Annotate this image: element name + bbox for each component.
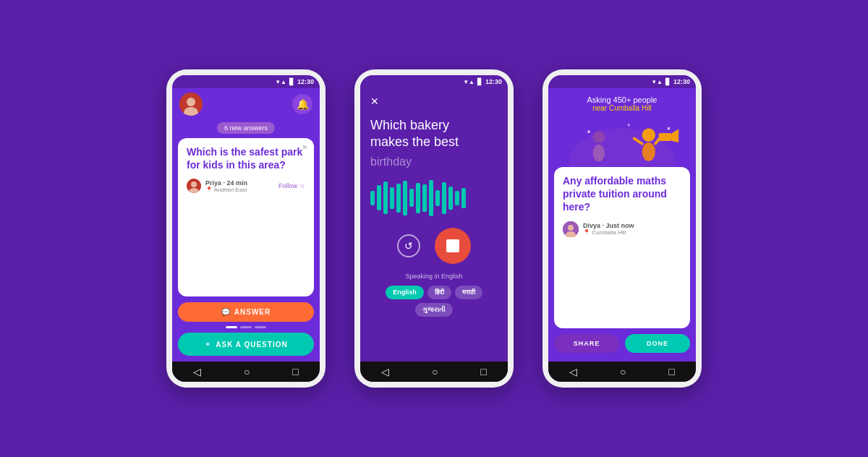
svg-point-4 — [191, 181, 197, 187]
user-info-1: Priya · 24 min 📍 Andheri East Follow ☆ — [187, 179, 305, 193]
question-text-3: Any affordable maths private tuition aro… — [563, 174, 681, 214]
svg-rect-13 — [659, 133, 672, 141]
ask-button-1[interactable]: ＋ ASK A QUESTION — [178, 333, 314, 356]
svg-point-16 — [668, 127, 671, 130]
replay-button-2[interactable]: ↺ — [397, 234, 420, 257]
recording-placeholder-2: birthday — [370, 155, 498, 168]
phone-1: ▼▲ ▊ 12:30 🔔 6 new answers ⚑ Which — [166, 69, 326, 388]
user-name-1: Priya · 24 min — [205, 179, 247, 187]
signal-icon-2: ▼▲ — [463, 79, 475, 85]
flag-icon-1[interactable]: ⚑ — [302, 144, 308, 152]
phone-3-screen: ▼▲ ▊ 12:30 Asking 450+ people near Cumba… — [548, 75, 696, 382]
battery-icon-2: ▊ — [477, 78, 482, 85]
close-icon-2: ✕ — [370, 95, 379, 107]
phone-1-screen: ▼▲ ▊ 12:30 🔔 6 new answers ⚑ Which — [172, 75, 320, 382]
nav-bar-2: ◁ ○ □ — [360, 362, 508, 382]
home-nav-2[interactable]: ○ — [432, 366, 438, 377]
lang-gujarati[interactable]: ગુજરાતી — [415, 303, 453, 317]
answer-button-1[interactable]: 💬 ANSWER — [178, 302, 314, 322]
follow-button-1[interactable]: Follow ☆ — [278, 182, 305, 189]
time-3: 12:30 — [673, 78, 690, 85]
illustration-3 — [556, 116, 689, 167]
progress-dots-1 — [172, 322, 320, 333]
chat-icon-1: 💬 — [221, 308, 231, 316]
status-bar-3: ▼▲ ▊ 12:30 — [548, 75, 696, 88]
svg-marker-14 — [672, 129, 678, 142]
svg-point-8 — [642, 142, 655, 161]
battery-icon-1: ▊ — [289, 78, 294, 85]
home-nav-3[interactable]: ○ — [620, 366, 626, 377]
phone-2-screen: ▼▲ ▊ 12:30 ✕ Which bakery makes the best… — [360, 75, 508, 382]
lang-marathi[interactable]: मराठी — [455, 286, 482, 299]
battery-icon-3: ▊ — [665, 78, 671, 85]
answers-badge: 6 new answers — [217, 122, 275, 134]
user-location-1: 📍 Andheri East — [205, 187, 247, 193]
square-nav-3[interactable]: □ — [668, 366, 674, 377]
phone-2: ▼▲ ▊ 12:30 ✕ Which bakery makes the best… — [354, 69, 514, 388]
close-button-2[interactable]: ✕ — [370, 95, 498, 107]
user-name-3: Divya · Just now — [583, 222, 634, 229]
speaking-label-2: Speaking in English — [370, 273, 498, 280]
user-avatar-1 — [187, 179, 201, 193]
question-text-1: Which is the safest park for kids in thi… — [187, 145, 305, 171]
user-meta-1: Priya · 24 min 📍 Andheri East — [205, 179, 247, 193]
bell-button-1[interactable]: 🔔 — [292, 94, 312, 114]
phone2-content: ✕ Which bakery makes the best birthday — [360, 88, 508, 362]
time-1: 12:30 — [297, 78, 314, 85]
square-nav-2[interactable]: □ — [480, 366, 486, 377]
status-bar-2: ▼▲ ▊ 12:30 — [360, 75, 508, 88]
svg-point-1 — [187, 98, 195, 106]
svg-point-19 — [568, 225, 574, 231]
star-icon-1: ☆ — [299, 182, 305, 189]
location-icon-3: 📍 — [583, 229, 590, 236]
question-card-1: ⚑ Which is the safest park for kids in t… — [178, 138, 314, 296]
user-location-3: 📍 Cumballa Hill — [583, 229, 634, 236]
question-card-3: Any affordable maths private tuition aro… — [554, 167, 690, 328]
dot-2 — [240, 326, 252, 328]
lang-hindi[interactable]: हिंदी — [427, 286, 451, 299]
bell-icon-1: 🔔 — [297, 98, 309, 110]
stop-button-2[interactable] — [435, 228, 471, 264]
signal-icon-1: ▼▲ — [275, 79, 286, 85]
svg-point-15 — [587, 130, 590, 133]
near-text-3: near Cumballa Hill — [556, 104, 689, 112]
asking-text-3: Asking 450+ people — [556, 95, 689, 104]
phone-3: ▼▲ ▊ 12:30 Asking 450+ people near Cumba… — [542, 69, 702, 388]
time-2: 12:30 — [485, 78, 502, 85]
record-controls-2: ↺ — [370, 228, 498, 264]
language-pills-2: English हिंदी मराठी ગુજરાતી — [370, 286, 498, 317]
back-nav-3[interactable]: ◁ — [569, 366, 577, 377]
nav-bar-1: ◁ ○ □ — [172, 362, 320, 382]
location-icon-1: 📍 — [205, 187, 213, 193]
stop-icon-2 — [446, 239, 459, 252]
done-button-3[interactable]: DONE — [625, 334, 690, 353]
plus-icon-1: ＋ — [204, 339, 212, 349]
badge-container-1: 6 new answers — [172, 120, 320, 138]
replay-icon-2: ↺ — [404, 240, 413, 252]
share-button-3[interactable]: SHARE — [554, 334, 619, 353]
svg-point-17 — [628, 124, 630, 127]
svg-point-7 — [642, 129, 655, 142]
svg-point-12 — [593, 145, 605, 162]
signal-icon-3: ▼▲ — [651, 79, 663, 85]
dot-1 — [226, 326, 237, 328]
nav-bar-3: ◁ ○ □ — [548, 362, 696, 382]
status-bar-1: ▼▲ ▊ 12:30 — [172, 75, 320, 88]
phone3-header: Asking 450+ people near Cumballa Hill — [548, 88, 696, 167]
user-meta-3: Divya · Just now 📍 Cumballa Hill — [583, 222, 634, 236]
back-nav-1[interactable]: ◁ — [193, 366, 201, 377]
avatar-1[interactable] — [179, 93, 203, 116]
user-info-3: Divya · Just now 📍 Cumballa Hill — [563, 221, 681, 237]
dot-3 — [255, 326, 266, 328]
home-nav-1[interactable]: ○ — [244, 366, 250, 377]
user-avatar-3 — [563, 221, 579, 237]
phone3-actions: SHARE DONE — [548, 328, 696, 359]
back-nav-2[interactable]: ◁ — [381, 366, 389, 377]
lang-english[interactable]: English — [386, 286, 424, 299]
square-nav-1[interactable]: □ — [292, 366, 298, 377]
waveform-2 — [370, 180, 498, 216]
recording-question-2: Which bakery makes the best — [370, 117, 498, 151]
svg-point-11 — [593, 131, 605, 143]
phone1-header: 🔔 — [172, 88, 320, 120]
